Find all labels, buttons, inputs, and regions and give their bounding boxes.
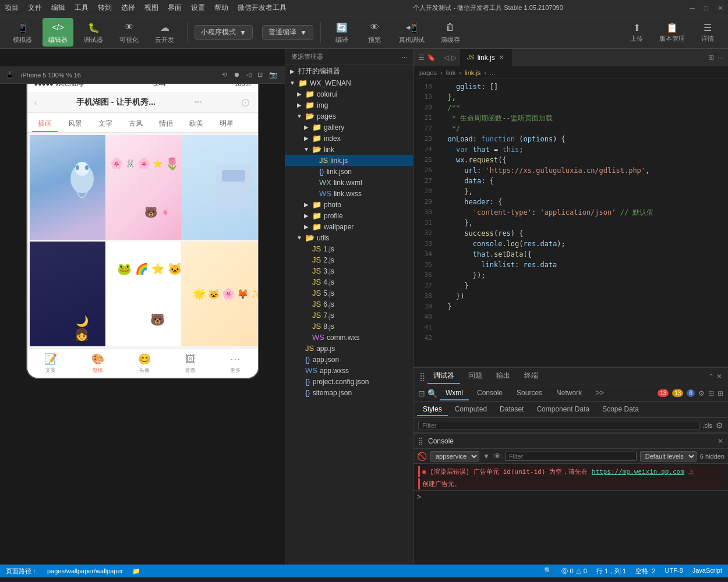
folder-utils[interactable]: ▼ 📂 utils [285,232,413,243]
folder-index[interactable]: ▶ 📁 index [285,133,413,144]
bnav-wean[interactable]: 📝 文案 [44,353,57,374]
file-2js[interactable]: JS 2.js [285,254,413,265]
file-appjson[interactable]: {} app.json [285,354,413,365]
menu-item-help[interactable]: 帮助 [214,3,228,13]
cls-settings-icon[interactable]: ⚙ [716,421,723,430]
grid-cell-3[interactable] [181,135,259,240]
filetree-more-icon[interactable]: ··· [402,54,407,61]
editor-bookmark-icon[interactable]: 🔖 [427,54,436,62]
subtab-console[interactable]: Console [471,386,508,400]
file-8js[interactable]: JS 8.js [285,321,413,332]
mode-selector[interactable]: 小程序模式 ▼ [195,25,253,40]
devtools-tab-output[interactable]: 输出 [490,368,516,384]
folder-colorui[interactable]: ▶ 📁 colorui [285,88,413,100]
screenshot-icon[interactable]: 📷 [269,71,277,78]
file-projectconfig[interactable]: {} project.config.json [285,376,413,387]
file-sitemap[interactable]: {} sitemap.json [285,387,413,398]
menu-item-view[interactable]: 视图 [144,3,158,13]
preview-btn[interactable]: 👁 预览 [361,18,388,47]
styles-tab-component[interactable]: Component Data [531,403,595,416]
file-3js[interactable]: JS 3.js [285,265,413,276]
subtab-more[interactable]: >> [590,386,610,400]
devtools-collapse-icon[interactable]: ⌃ [708,372,714,381]
window-minimize[interactable]: ─ [690,4,695,12]
menu-item-goto[interactable]: 转到 [98,3,112,13]
inspect-icon[interactable]: 🔍 [427,389,437,398]
bnav-avatar[interactable]: 😊 头像 [138,353,151,374]
devtools-tab-issues[interactable]: 问题 [462,368,488,384]
styles-tab-dataset[interactable]: Dataset [494,403,529,416]
subtab-wxml[interactable]: Wxml [440,386,469,400]
editor-btn[interactable]: </> 编辑器 [43,18,73,47]
tab-gufeng[interactable]: 古风 [123,116,149,132]
window-close[interactable]: ✕ [718,4,723,12]
file-7js[interactable]: JS 7.js [285,310,413,321]
filter-input[interactable] [418,421,699,430]
close-tab-icon[interactable]: ✕ [499,54,504,62]
back-arrow[interactable]: ‹ [34,97,37,108]
devtools-close-icon[interactable]: ✕ [716,372,722,381]
record-icon[interactable]: ⏺ [234,71,240,78]
tab-mingxing[interactable]: 明星 [214,116,239,132]
folder-link[interactable]: ▼ 📂 link [285,144,413,155]
editor-more-icon[interactable]: ··· [718,54,723,62]
folder-gallery[interactable]: ▶ 📁 gallery [285,122,413,133]
grid-cell-6[interactable]: 🌟🐱 🌸🦊 ✨🐰 [181,242,259,346]
details-btn[interactable]: ☰ 详情 [694,20,721,45]
folder-photo[interactable]: ▶ 📁 photo [285,199,413,210]
subtab-network[interactable]: Network [550,386,588,400]
compile-btn[interactable]: 🔄 编译 [328,18,356,47]
cloud-btn[interactable]: ☁ 云开发 [149,18,180,47]
folder-wallpaper[interactable]: ▶ 📁 wallpaper [285,221,413,232]
folder-img[interactable]: ▶ 📁 img [285,100,413,111]
search-btn[interactable]: 🔍 [544,567,552,576]
file-appwxss[interactable]: WS app.wxss [285,365,413,376]
file-link-wxss[interactable]: WS link.wxss [285,188,413,199]
code-area[interactable]: 18192021 22232425 26272829 30313233 3435… [414,79,728,367]
simulator-btn[interactable]: 📱 模拟器 [7,18,38,47]
log-level-select[interactable]: Default levels [640,451,697,462]
file-5js[interactable]: JS 5.js [285,288,413,299]
console-close-icon[interactable]: ✕ [718,437,723,445]
root-folder[interactable]: ▼ 📁 WX_WENAN [285,77,413,88]
editor-tab-linkjs[interactable]: JS link.js ✕ [460,49,512,66]
back-icon[interactable]: ◁ [246,71,251,78]
file-1js[interactable]: JS 1.js [285,243,413,254]
menu-item-tools[interactable]: 工具 [75,3,89,13]
bnav-more[interactable]: ⋯ 更多 [230,353,241,374]
nav-back-icon[interactable]: ◁ [444,54,449,62]
console-input[interactable] [423,493,725,501]
settings-icon[interactable]: ⚙ [698,389,705,398]
menu-item-edit[interactable]: 编辑 [51,3,65,13]
menu-item-file[interactable]: 文件 [28,3,42,13]
file-link-js[interactable]: JS link.js [285,155,413,166]
tab-oumei[interactable]: 欧美 [183,116,209,132]
menu-item-project[interactable]: 项目 [5,3,19,13]
file-6js[interactable]: JS 6.js [285,299,413,310]
folder-pages[interactable]: ▼ 📂 pages [285,111,413,122]
upload-btn[interactable]: ⬆ 上传 [623,20,650,45]
bnav-wallpaper[interactable]: 🎨 壁纸 [91,353,104,374]
split-editor-icon[interactable]: ⊞ [708,54,714,62]
file-4js[interactable]: JS 4.js [285,276,413,288]
devtools-expand-icon[interactable]: ⊞ [718,389,723,398]
console-clear-icon[interactable]: 🚫 [417,452,427,461]
home-icon[interactable]: ⊡ [257,71,263,78]
wxml-select-icon[interactable]: ⊡ [418,389,425,398]
console-filter-input[interactable] [505,452,637,461]
dock-icon[interactable]: ⊟ [708,389,714,398]
devtools-tab-debugger[interactable]: 调试器 [427,368,460,384]
rotate-icon[interactable]: ⟲ [222,71,227,78]
file-comm-wxs[interactable]: WS comm.wxs [285,332,413,343]
appservice-select[interactable]: appservice [430,451,479,462]
menu-item-wechat[interactable]: 微信开发者工具 [238,3,287,13]
tab-chuhua[interactable]: 插画 [32,116,58,132]
visual-btn[interactable]: 👁 可视化 [114,18,144,47]
styles-tab-computed[interactable]: Computed [449,403,493,416]
file-link-wxml[interactable]: WX link.wxml [285,177,413,188]
styles-tab-scope[interactable]: Scope Data [596,403,645,416]
code-content[interactable]: gglist: [] }, /** * 生命周期函数--监听页面加载 */ on… [434,79,728,367]
more-dots[interactable]: ••• [195,98,202,107]
opened-editors-header[interactable]: ▶ 打开的编辑器 [285,65,413,77]
subtab-sources[interactable]: Sources [511,386,548,400]
